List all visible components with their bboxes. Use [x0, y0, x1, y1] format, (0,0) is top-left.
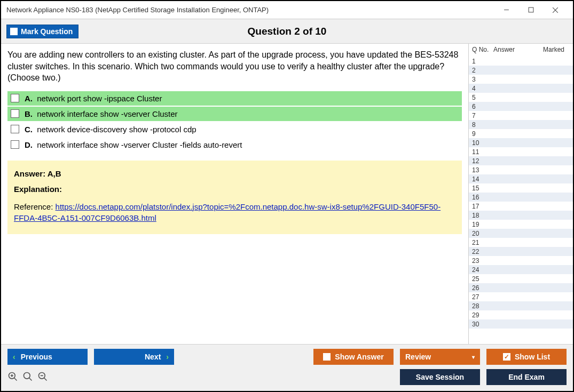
- grid-qno: 23: [472, 257, 493, 265]
- zoom-controls: [7, 371, 48, 383]
- main-panel: You are adding new controllers to an exi…: [1, 44, 468, 344]
- end-exam-label: End Exam: [508, 373, 545, 381]
- grid-qno: 5: [472, 94, 493, 101]
- question-grid-row[interactable]: 30: [469, 319, 573, 329]
- explanation-label: Explanation:: [14, 185, 455, 194]
- grid-qno: 16: [472, 194, 493, 201]
- zoom-out-icon[interactable]: [37, 371, 48, 383]
- question-grid-row[interactable]: 17: [469, 202, 573, 211]
- question-grid-row[interactable]: 1: [469, 57, 573, 66]
- question-grid-row[interactable]: 20: [469, 229, 573, 238]
- choice-checkbox[interactable]: [11, 140, 19, 149]
- question-grid-row[interactable]: 19: [469, 220, 573, 229]
- grid-qno: 26: [472, 284, 493, 292]
- checkbox-icon: [10, 28, 18, 35]
- grid-qno: 10: [472, 139, 493, 147]
- question-grid-row[interactable]: 10: [469, 138, 573, 147]
- question-grid-row[interactable]: 14: [469, 174, 573, 183]
- choice-letter: B.: [25, 109, 33, 118]
- grid-qno: 22: [472, 248, 493, 255]
- review-button[interactable]: Review ▾: [400, 349, 480, 365]
- header-answer: Answer: [493, 46, 531, 53]
- grid-qno: 19: [472, 221, 493, 228]
- question-grid-row[interactable]: 26: [469, 283, 573, 292]
- grid-qno: 1: [472, 58, 493, 65]
- choice-row[interactable]: A. network port show -ipspace Cluster: [7, 91, 462, 106]
- mark-question-label: Mark Question: [21, 27, 73, 36]
- grid-qno: 3: [472, 76, 493, 83]
- question-grid-row[interactable]: 21: [469, 238, 573, 247]
- show-list-button[interactable]: ✓ Show List: [486, 349, 567, 365]
- question-text: You are adding new controllers to an exi…: [7, 49, 462, 84]
- grid-qno: 30: [472, 321, 493, 328]
- show-answer-button[interactable]: Show Answer: [313, 349, 394, 365]
- answer-box: Answer: A,B Explanation: Reference: http…: [7, 161, 462, 234]
- question-grid-row[interactable]: 4: [469, 84, 573, 93]
- question-grid-row[interactable]: 3: [469, 75, 573, 84]
- choice-checkbox[interactable]: [11, 94, 19, 102]
- question-grid-row[interactable]: 9: [469, 129, 573, 138]
- choice-row[interactable]: C. network device-discovery show -protoc…: [7, 122, 462, 137]
- choice-text: D. network interface show -vserver Clust…: [25, 140, 242, 149]
- side-panel: Q No. Answer Marked 12345678910111213141…: [468, 44, 573, 344]
- next-button[interactable]: Next ›: [94, 349, 174, 365]
- mark-question-button[interactable]: Mark Question: [6, 25, 78, 38]
- chevron-right-icon: ›: [166, 353, 169, 361]
- grid-qno: 13: [472, 166, 493, 174]
- choice-row[interactable]: D. network interface show -vserver Clust…: [7, 138, 462, 152]
- grid-qno: 8: [472, 121, 493, 129]
- footer-row-2: Save Session End Exam: [7, 369, 567, 385]
- question-grid-row[interactable]: 8: [469, 120, 573, 129]
- save-session-button[interactable]: Save Session: [400, 369, 480, 385]
- question-grid-row[interactable]: 7: [469, 111, 573, 120]
- question-grid-row[interactable]: 16: [469, 193, 573, 202]
- question-grid-row[interactable]: 27: [469, 292, 573, 301]
- grid-qno: 11: [472, 148, 493, 156]
- grid-qno: 25: [472, 275, 493, 283]
- question-grid-row[interactable]: 25: [469, 274, 573, 283]
- question-grid-row[interactable]: 5: [469, 93, 573, 102]
- question-grid-row[interactable]: 13: [469, 165, 573, 174]
- question-grid-row[interactable]: 23: [469, 256, 573, 265]
- zoom-in-icon[interactable]: [7, 371, 18, 383]
- question-grid-row[interactable]: 15: [469, 183, 573, 193]
- previous-button[interactable]: ‹ Previous: [7, 349, 88, 365]
- zoom-reset-icon[interactable]: [22, 371, 33, 383]
- question-grid-row[interactable]: 12: [469, 156, 573, 165]
- grid-qno: 12: [472, 157, 493, 165]
- next-label: Next: [145, 353, 161, 361]
- choice-checkbox[interactable]: [11, 109, 19, 118]
- question-grid[interactable]: 1234567891011121314151617181920212223242…: [469, 57, 573, 344]
- choice-letter: D.: [25, 140, 33, 149]
- question-grid-row[interactable]: 24: [469, 265, 573, 274]
- grid-qno: 2: [472, 67, 493, 74]
- end-exam-button[interactable]: End Exam: [486, 369, 567, 385]
- side-panel-header: Q No. Answer Marked: [469, 44, 573, 57]
- header-qno: Q No.: [472, 46, 493, 53]
- choice-checkbox[interactable]: [11, 125, 19, 133]
- choice-row[interactable]: B. network interface show -vserver Clust…: [7, 107, 462, 121]
- chevron-left-icon: ‹: [13, 353, 15, 361]
- question-grid-row[interactable]: 22: [469, 247, 573, 256]
- top-strip: Mark Question Question 2 of 10: [1, 19, 573, 44]
- window-title: Network Appliance NS0-183 (NetApp Certif…: [6, 6, 494, 14]
- svg-point-8: [24, 372, 30, 379]
- question-grid-row[interactable]: 18: [469, 211, 573, 220]
- question-grid-row[interactable]: 28: [469, 301, 573, 310]
- maximize-icon[interactable]: [518, 2, 543, 18]
- answer-line: Answer: A,B: [14, 169, 455, 178]
- reference-prefix: Reference:: [14, 202, 56, 211]
- grid-qno: 21: [472, 239, 493, 246]
- grid-qno: 9: [472, 130, 493, 138]
- svg-line-5: [14, 378, 17, 380]
- chevron-down-icon: ▾: [472, 354, 475, 360]
- close-icon[interactable]: [543, 2, 568, 18]
- minimize-icon[interactable]: [494, 2, 518, 18]
- question-grid-row[interactable]: 11: [469, 147, 573, 156]
- reference-link[interactable]: https://docs.netapp.com/platstor/index.j…: [14, 202, 441, 222]
- question-grid-row[interactable]: 29: [469, 310, 573, 319]
- question-grid-row[interactable]: 6: [469, 102, 573, 111]
- window-controls: [494, 2, 568, 18]
- question-heading: Question 2 of 10: [248, 26, 327, 37]
- question-grid-row[interactable]: 2: [469, 66, 573, 75]
